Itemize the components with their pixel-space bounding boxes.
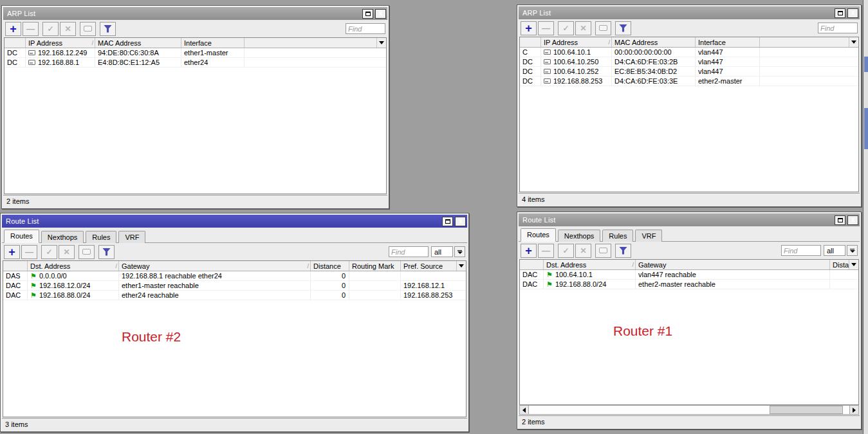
horizontal-scrollbar[interactable] <box>519 405 859 415</box>
filter-button[interactable] <box>98 245 115 259</box>
column-interface[interactable]: Interface <box>696 37 760 47</box>
comment-button[interactable] <box>595 21 611 35</box>
disable-button[interactable]: ✕ <box>575 244 591 258</box>
close-button[interactable]: x <box>455 217 466 226</box>
arp-row[interactable]: DC 192.168.88.253 D4:CA:6D:FE:03:3E ethe… <box>520 77 858 86</box>
column-select-button[interactable] <box>849 260 858 269</box>
filter-scope-select[interactable]: all <box>431 246 453 257</box>
tab-routes[interactable]: Routes <box>521 228 556 242</box>
comment-button[interactable] <box>80 22 96 36</box>
route-row[interactable]: DAC ⚑192.168.88.0/24 ether24 reachable 0… <box>3 291 466 300</box>
enable-button[interactable]: ✓ <box>41 245 57 259</box>
comment-button[interactable] <box>595 244 611 258</box>
flags-cell: C <box>520 48 541 57</box>
arp-row[interactable]: DC 100.64.10.252 EC:8E:B5:34:0B:D2 vlan4… <box>520 67 858 77</box>
filter-button[interactable] <box>615 21 631 35</box>
tab-rules[interactable]: Rules <box>86 231 116 243</box>
scrollbar-track[interactable] <box>529 406 849 414</box>
scroll-right-button[interactable] <box>849 406 858 414</box>
scrollbar-thumb[interactable] <box>770 406 844 414</box>
column-gateway[interactable]: Gateway/ <box>119 261 311 271</box>
column-distance[interactable]: Distanc <box>830 260 849 269</box>
tab-rules[interactable]: Rules <box>602 230 633 242</box>
disable-button[interactable]: ✕ <box>575 21 591 35</box>
mac-cell: D4:CA:6D:FE:03:2B <box>612 57 696 67</box>
close-button[interactable]: x <box>847 215 858 225</box>
column-mac-address[interactable]: MAC Address <box>612 37 696 47</box>
column-ip-address[interactable]: IP Address/ <box>26 38 95 48</box>
flags-cell: DC <box>520 67 541 77</box>
column-select-button[interactable] <box>376 38 386 48</box>
table-header: IP Address/ MAC Address Interface <box>520 37 858 48</box>
toolbar: + — ✓ ✕ <box>3 20 387 37</box>
column-select-button[interactable] <box>456 261 466 271</box>
enable-button[interactable]: ✓ <box>42 22 59 36</box>
arp-row[interactable]: DC 100.64.10.250 D4:CA:6D:FE:03:2B vlan4… <box>520 57 858 67</box>
column-flags[interactable] <box>5 38 26 48</box>
column-dst-address[interactable]: Dst. Address/ <box>544 260 636 269</box>
close-button[interactable]: x <box>847 8 858 18</box>
find-input[interactable] <box>346 23 385 34</box>
column-distance[interactable]: Distance <box>311 261 349 271</box>
table-header: Dst. Address/ Gateway/ Distance Routing … <box>3 261 466 271</box>
column-flags[interactable] <box>3 261 28 271</box>
disable-button[interactable]: ✕ <box>59 245 75 259</box>
scroll-left-button[interactable] <box>520 406 529 414</box>
enable-button[interactable]: ✓ <box>558 21 574 35</box>
filter-button[interactable] <box>615 244 631 258</box>
maximize-button[interactable] <box>835 215 845 225</box>
column-interface[interactable]: Interface <box>181 38 245 48</box>
find-input[interactable] <box>389 246 429 257</box>
title-bar[interactable]: Route List x <box>519 213 860 226</box>
route-table: Dst. Address/ Gateway Distanc DAC ⚑100.6… <box>519 259 859 405</box>
column-select-button[interactable] <box>849 37 858 47</box>
find-input[interactable] <box>781 245 821 256</box>
remove-button[interactable]: — <box>538 21 554 35</box>
tab-vrf[interactable]: VRF <box>118 231 145 243</box>
add-button[interactable]: + <box>521 21 537 35</box>
column-routing-mark[interactable]: Routing Mark <box>349 261 401 271</box>
column-mac-address[interactable]: MAC Address <box>95 38 181 48</box>
column-pref-source[interactable]: Pref. Source <box>401 261 456 271</box>
title-bar[interactable]: ARP List x <box>519 6 860 19</box>
maximize-button[interactable] <box>835 8 845 18</box>
find-input[interactable] <box>818 23 858 33</box>
add-button[interactable]: + <box>4 245 20 259</box>
column-flags[interactable] <box>520 260 544 269</box>
filter-scope-select[interactable]: all <box>824 245 845 256</box>
column-gateway[interactable]: Gateway <box>636 260 830 269</box>
close-button[interactable]: x <box>375 9 386 19</box>
arp-row[interactable]: C 100.64.10.1 00:00:00:00:00:00 vlan447 <box>520 48 858 57</box>
maximize-button[interactable] <box>442 217 453 226</box>
title-bar[interactable]: Route List x <box>2 215 467 228</box>
filter-scope-dropdown-button[interactable] <box>454 246 465 257</box>
enable-button[interactable]: ✓ <box>558 244 574 258</box>
route-row[interactable]: DAC ⚑100.64.10.1 vlan447 reachable <box>520 270 858 280</box>
maximize-icon <box>445 219 450 224</box>
remove-button[interactable]: — <box>21 245 37 259</box>
column-ip-address[interactable]: IP Address/ <box>541 37 612 47</box>
filter-button[interactable] <box>100 22 116 36</box>
remove-button[interactable]: — <box>538 244 554 258</box>
comment-button[interactable] <box>78 245 95 259</box>
filter-scope-dropdown-button[interactable] <box>847 245 858 256</box>
add-button[interactable]: + <box>5 22 21 36</box>
column-flags[interactable] <box>520 37 541 47</box>
add-button[interactable]: + <box>521 244 537 258</box>
status-bar: 2 items <box>519 415 860 428</box>
tab-vrf[interactable]: VRF <box>635 230 662 242</box>
route-row[interactable]: DAS ⚑0.0.0.0/0 192.168.88.1 reachable et… <box>3 271 466 281</box>
tab-nexthops[interactable]: Nexthops <box>558 230 600 242</box>
remove-button[interactable]: — <box>23 22 39 36</box>
route-row[interactable]: DAC ⚑192.168.88.0/24 ether2-master reach… <box>520 280 858 289</box>
maximize-button[interactable] <box>362 9 373 19</box>
arp-row[interactable]: DC 192.168.12.249 94:DE:80:C6:30:8A ethe… <box>5 48 386 58</box>
funnel-icon <box>104 25 112 33</box>
arp-row[interactable]: DC 192.168.88.1 E4:8D:8C:E1:12:A5 ether2… <box>5 58 386 68</box>
title-bar[interactable]: ARP List x <box>3 7 387 20</box>
route-row[interactable]: DAC ⚑192.168.12.0/24 ether1-master reach… <box>3 281 466 291</box>
tab-routes[interactable]: Routes <box>4 230 39 243</box>
disable-button[interactable]: ✕ <box>60 22 76 36</box>
column-dst-address[interactable]: Dst. Address/ <box>28 261 119 271</box>
tab-nexthops[interactable]: Nexthops <box>41 231 84 243</box>
